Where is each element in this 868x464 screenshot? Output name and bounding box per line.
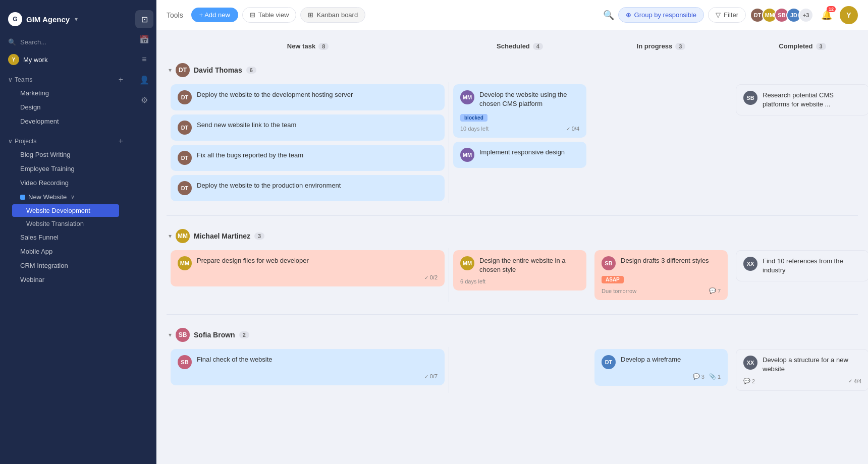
task-title-dt7: Research potential CMS platforms for web… <box>763 91 861 109</box>
search-icon: 🔍 <box>8 38 16 46</box>
task-card-dt4[interactable]: DT Deploy the website to the production … <box>171 175 445 201</box>
task-card-dt2[interactable]: DT Send new website link to the team <box>171 114 445 141</box>
user-avatar[interactable]: Y <box>840 6 858 24</box>
task-avatar-dt6: MM <box>460 148 474 162</box>
column-headers: New task 8 Scheduled 4 In progress 3 Com… <box>167 38 858 58</box>
nav-icon-calendar[interactable]: 📅 <box>135 30 153 48</box>
filter-button[interactable]: ▽ Filter <box>708 7 746 23</box>
task-card-sb2[interactable]: DT Develop a wireframe 💬 3 📎 <box>594 349 728 386</box>
comment-icon-sb2: 💬 <box>693 373 700 380</box>
tools-label: Tools <box>167 11 183 19</box>
table-view-button[interactable]: ⊟ Table view <box>242 7 297 23</box>
group-chevron-michael[interactable]: ▾ <box>169 233 172 240</box>
search-bar[interactable]: 🔍 Search... <box>0 34 131 50</box>
filter-icon: ▽ <box>716 11 721 19</box>
my-work-item[interactable]: Y My work <box>0 50 131 69</box>
task-badge-asap: ASAP <box>602 276 624 283</box>
michael-in-progress-col: SB Design drafts 3 different styles ASAP… <box>590 248 732 302</box>
group-name-michael: Michael Martinez <box>194 232 250 240</box>
notifications-button[interactable]: 🔔 12 <box>818 6 836 24</box>
task-card-dt3[interactable]: DT Fix all the bugs reported by the team <box>171 145 445 171</box>
task-days-left: 10 days left <box>460 126 489 132</box>
add-team-button[interactable]: + <box>119 75 123 84</box>
group-by-button[interactable]: ⊕ Group by responsible <box>618 7 704 23</box>
sidebar-item-website-translation[interactable]: Website Translation <box>12 217 119 230</box>
sidebar-item-employee[interactable]: Employee Training <box>12 162 119 176</box>
task-card-mm3[interactable]: SB Design drafts 3 different styles ASAP… <box>594 250 728 300</box>
task-avatar-dt2: DT <box>178 121 192 135</box>
attachment-icon: 📎 <box>709 373 716 380</box>
add-new-button[interactable]: + Add new <box>191 8 238 22</box>
task-title-mm4: Find 10 references from the industry <box>763 257 861 275</box>
group-chevron-sofia[interactable]: ▾ <box>169 331 172 338</box>
group-header-david: ▾ DT David Thomas 6 <box>167 58 858 82</box>
nav-icon-board[interactable]: ⊡ <box>135 10 153 28</box>
task-avatar-sb2: DT <box>602 355 616 369</box>
task-card-mm2[interactable]: MM Design the entire website in a chosen… <box>453 250 586 291</box>
sidebar-item-marketing[interactable]: Marketing <box>12 86 119 100</box>
sidebar-item-crm[interactable]: CRM Integration <box>12 259 119 272</box>
add-project-button[interactable]: + <box>119 137 123 146</box>
task-card-mm4[interactable]: XX Find 10 references from the industry <box>736 250 868 281</box>
task-card-sb3[interactable]: XX Develop a structure for a new website… <box>736 349 868 391</box>
project-dot-icon <box>20 195 25 200</box>
sidebar-item-website-development[interactable]: Website Development <box>12 204 119 217</box>
task-avatar-dt1: DT <box>178 90 192 104</box>
michael-scheduled-col: MM Design the entire website in a chosen… <box>449 248 590 302</box>
nav-icon-person[interactable]: 👤 <box>135 71 153 89</box>
david-scheduled-col: MM Develop the website using the chosen … <box>449 82 590 203</box>
task-title-sb1: Final check of the website <box>197 355 438 364</box>
nav-icon-list[interactable]: ≡ <box>135 50 153 69</box>
task-card-dt6[interactable]: MM Implement responsive design <box>453 142 586 168</box>
sidebar-item-development[interactable]: Development <box>12 114 119 128</box>
comment-icon-sb3: 💬 <box>743 378 750 384</box>
kanban-board: New task 8 Scheduled 4 In progress 3 Com… <box>156 30 868 409</box>
task-card-dt5[interactable]: MM Develop the website using the chosen … <box>453 84 586 138</box>
nav-icon-settings[interactable]: ⚙ <box>135 91 153 109</box>
task-avatar-dt5: MM <box>460 90 474 104</box>
task-badge-blocked: blocked <box>460 114 487 122</box>
task-card-sb1[interactable]: SB Final check of the website ✓ 0/7 <box>171 349 445 385</box>
sidebar-logo[interactable]: G GIM Agency ▾ <box>0 8 131 34</box>
sidebar-item-new-website[interactable]: New Website ∨ <box>12 190 119 204</box>
sidebar-item-design[interactable]: Design <box>12 100 119 114</box>
sidebar-item-webinar[interactable]: Webinar <box>12 273 119 286</box>
search-icon[interactable]: 🔍 <box>603 10 614 21</box>
col-count-in-progress: 3 <box>675 43 685 50</box>
logo-icon: G <box>8 12 22 26</box>
group-michael-martinez: ▾ MM Michael Martinez 3 MM Prepare desig… <box>167 224 858 302</box>
logo-chevron-icon: ▾ <box>75 16 78 23</box>
task-title-dt2: Send new website link to the team <box>197 121 438 130</box>
task-progress-sb3: ✓ 4/4 <box>848 378 861 384</box>
sidebar-item-video[interactable]: Video Recording <box>12 176 119 190</box>
topbar: Tools + Add new ⊟ Table view ⊞ Kanban bo… <box>156 0 868 30</box>
col-count-new-task: 8 <box>318 43 329 50</box>
sidebar-item-blog[interactable]: Blog Post Writing <box>12 148 119 161</box>
task-card-mm1[interactable]: MM Prepare design files for web develope… <box>171 250 445 286</box>
inner-layout: ⊡ 📅 ≡ 👤 ⚙ Tools + Add new ⊟ Table view ⊞… <box>131 0 868 464</box>
task-comments-sb3: 💬 2 <box>743 378 755 384</box>
task-title-dt4: Deploy the website to the production env… <box>197 181 438 190</box>
projects-header: ∨ Projects + <box>8 137 123 146</box>
sidebar: G GIM Agency ▾ 🔍 Search... Y My work ∨ T… <box>0 0 131 464</box>
nav-icons-strip: ⊡ 📅 ≡ 👤 ⚙ <box>131 0 156 464</box>
team-avatars-overflow[interactable]: +3 <box>798 8 813 23</box>
task-card-dt1[interactable]: DT Deploy the website to the development… <box>171 84 445 110</box>
task-title-mm2: Design the entire website in a chosen st… <box>479 256 579 274</box>
task-due-mm3: Due tomorrow <box>602 288 636 294</box>
group-by-icon: ⊕ <box>626 11 631 19</box>
task-title-dt3: Fix all the bugs reported by the team <box>197 151 438 160</box>
sidebar-item-sales[interactable]: Sales Funnel <box>12 230 119 244</box>
michael-new-tasks-col: MM Prepare design files for web develope… <box>167 248 449 302</box>
kanban-view-button[interactable]: ⊞ Kanban board <box>300 7 365 23</box>
col-title-new-task: New task <box>287 42 315 50</box>
group-chevron-david[interactable]: ▾ <box>169 67 172 74</box>
task-title-dt6: Implement responsive design <box>479 148 579 157</box>
sidebar-item-mobile[interactable]: Mobile App <box>12 245 119 258</box>
kanban-icon: ⊞ <box>308 11 313 19</box>
projects-section: ∨ Projects + Blog Post Writing Employee … <box>0 131 131 289</box>
task-card-dt7[interactable]: SB Research potential CMS platforms for … <box>736 84 868 115</box>
group-header-michael: ▾ MM Michael Martinez 3 <box>167 224 858 248</box>
group-avatar-sofia: SB <box>176 328 190 342</box>
david-completed-col: SB Research potential CMS platforms for … <box>732 82 868 203</box>
